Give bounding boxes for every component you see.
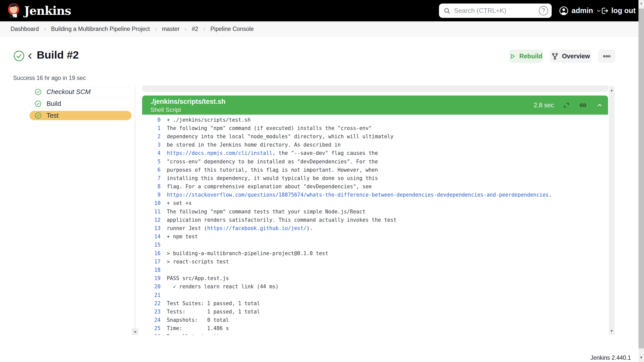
console-line: 12application renders satisfactorily. Th… <box>142 216 608 224</box>
back-button[interactable] <box>27 52 34 60</box>
scroll-up-icon[interactable]: ▲ <box>609 88 615 92</box>
console-link[interactable]: https://stackoverflow.com/questions/1887… <box>167 192 549 198</box>
stage-item-test[interactable]: Test <box>29 111 132 120</box>
line-number[interactable]: 21 <box>142 292 160 298</box>
console-line: 2dependency into the local "node_modules… <box>142 132 608 141</box>
line-number[interactable]: 11 <box>142 209 160 215</box>
page: Jenkins ? admin <box>0 0 644 362</box>
panel-resize-handle[interactable]: ◂▸ <box>132 328 138 335</box>
console-line: 7installing this dependency, it would ty… <box>142 174 608 182</box>
step-subtitle: Shell Script <box>150 106 181 113</box>
console-line: 19PASS src/App.test.js <box>142 274 608 283</box>
line-number[interactable]: 4 <box>142 150 160 156</box>
user-menu[interactable]: admin <box>559 0 601 21</box>
line-text: installing this dependency, it would typ… <box>167 175 378 181</box>
console-text-segment: "cross-env" dependency to be installed a… <box>167 159 378 165</box>
stage-success-icon <box>35 100 42 107</box>
line-number[interactable]: 8 <box>142 184 160 190</box>
console-line: 10+ set +x <box>142 199 608 207</box>
console-line: 15 <box>142 241 608 249</box>
breadcrumb-item[interactable]: Pipeline Console <box>210 26 254 32</box>
previous-step-block-partial[interactable] <box>142 85 608 92</box>
step-link-button[interactable] <box>579 101 587 109</box>
console-line: 25Time: 1.486 s <box>142 324 608 333</box>
console-log: 0+ ./jenkins/scripts/test.sh1The followi… <box>142 115 608 335</box>
page-scrollbar[interactable]: ▲ ▼ <box>638 0 644 362</box>
line-number[interactable]: 9 <box>142 192 160 198</box>
breadcrumb-separator-icon: › <box>203 25 205 33</box>
breadcrumb-item[interactable]: Dashboard <box>11 26 39 32</box>
console-text-segment: ✓ renders learn react link (44 ms) <box>167 284 278 290</box>
line-text: The following "npm" command tests that y… <box>167 209 366 215</box>
page-scroll-down-icon[interactable]: ▼ <box>638 355 644 359</box>
header-actions: Rebuild Overview <box>509 50 615 63</box>
line-number[interactable]: 22 <box>142 300 160 306</box>
line-text: Snapshots: 0 total <box>167 317 229 323</box>
line-number[interactable]: 17 <box>142 259 160 265</box>
stage-item-checkout-scm[interactable]: Checkout SCM <box>29 87 132 97</box>
scroll-down-icon[interactable]: ▼ <box>609 329 615 333</box>
console-line: 1The following "npm" command (if execute… <box>142 124 608 132</box>
build-success-icon <box>13 50 25 62</box>
console-line: 16> building-a-multibranch-pipeline-proj… <box>142 249 608 257</box>
line-text: + set +x <box>167 200 192 206</box>
line-number[interactable]: 23 <box>142 309 160 315</box>
avatar-icon <box>559 6 569 16</box>
line-text: The following "npm" command (if executed… <box>167 125 372 131</box>
step-header[interactable]: ./jenkins/scripts/test.sh Shell Script 2… <box>142 96 608 115</box>
line-number[interactable]: 10 <box>142 200 160 206</box>
breadcrumb: Dashboard›Building a Multibranch Pipelin… <box>11 21 254 36</box>
console-line: 17> react-scripts test <box>142 257 608 266</box>
stage-success-icon <box>35 112 42 119</box>
breadcrumb-item[interactable]: master <box>162 26 180 32</box>
breadcrumb-item[interactable]: #2 <box>192 26 198 32</box>
page-scrollbar-thumb[interactable] <box>638 9 644 348</box>
brand-title: Jenkins <box>24 4 71 18</box>
line-number[interactable]: 25 <box>142 325 160 331</box>
line-number[interactable]: 24 <box>142 317 160 323</box>
line-number[interactable]: 7 <box>142 175 160 181</box>
line-number[interactable]: 5 <box>142 159 160 165</box>
line-number[interactable]: 26 <box>142 334 160 335</box>
breadcrumb-item[interactable]: Building a Multibranch Pipeline Project <box>51 26 150 32</box>
logout-icon <box>600 7 609 15</box>
line-number[interactable]: 13 <box>142 225 160 231</box>
line-number[interactable]: 12 <box>142 217 160 223</box>
expand-step-button[interactable] <box>563 102 570 109</box>
more-actions-button[interactable] <box>598 50 615 63</box>
console-scrollbar[interactable]: ▲ ▼ <box>609 86 615 335</box>
console-link[interactable]: https://facebook.github.io/jest/ <box>207 225 306 231</box>
search-help-icon[interactable]: ? <box>539 6 548 15</box>
stage-list: Checkout SCMBuildTest <box>29 87 132 123</box>
breadcrumb-separator-icon: › <box>185 25 187 33</box>
console-link[interactable]: https://docs.npmjs.com/cli/install <box>167 150 272 156</box>
line-number[interactable]: 1 <box>142 125 160 131</box>
pipeline-console: ./jenkins/scripts/test.sh Shell Script 2… <box>142 85 608 335</box>
line-number[interactable]: 19 <box>142 275 160 281</box>
console-text-segment: The following "npm" command (if executed… <box>167 125 372 131</box>
line-number[interactable]: 0 <box>142 117 160 123</box>
line-text: application renders satisfactorily. This… <box>167 217 396 223</box>
search-input[interactable] <box>454 7 539 15</box>
line-number[interactable]: 16 <box>142 250 160 256</box>
console-line: 23Tests: 1 passed, 1 total <box>142 307 608 316</box>
page-scroll-up-icon[interactable]: ▲ <box>638 1 644 5</box>
logout-button[interactable]: log out <box>600 0 636 21</box>
jenkins-home-link[interactable]: Jenkins <box>7 0 71 21</box>
line-number[interactable]: 3 <box>142 142 160 148</box>
rebuild-button[interactable]: Rebuild <box>509 50 543 63</box>
console-text-segment: The following "npm" command tests that y… <box>167 209 366 215</box>
collapse-step-icon[interactable] <box>596 102 603 109</box>
line-text: Test Suites: 1 passed, 1 total <box>167 300 260 306</box>
console-text-segment: > react-scripts test <box>167 259 229 265</box>
line-number[interactable]: 6 <box>142 167 160 173</box>
console-text-segment: + ./jenkins/scripts/test.sh <box>167 117 251 123</box>
stage-item-build[interactable]: Build <box>29 99 132 108</box>
line-number[interactable]: 14 <box>142 234 160 240</box>
line-number[interactable]: 20 <box>142 284 160 290</box>
line-number[interactable]: 15 <box>142 242 160 248</box>
line-number[interactable]: 18 <box>142 267 160 273</box>
overview-button[interactable]: Overview <box>550 50 591 63</box>
build-header: Build #2 Rebuild Overview <box>0 37 644 67</box>
line-number[interactable]: 2 <box>142 133 160 140</box>
